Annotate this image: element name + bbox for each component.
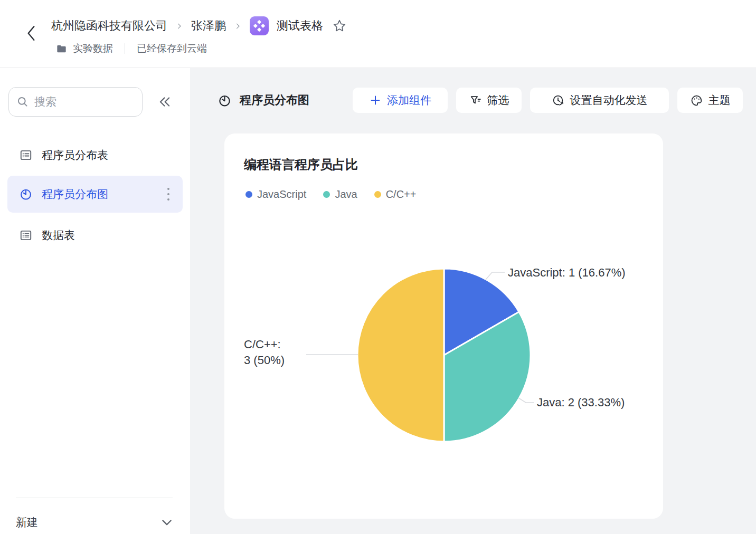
sidebar-item-label: 程序员分布表 (42, 148, 174, 163)
chart-card: 编程语言程序员占比 JavaScript Java C/C++ JavaScri… (224, 134, 663, 519)
breadcrumb: 杭州隐函科技有限公司 张泽鹏 测试表格 (51, 14, 347, 37)
view-title-group: 程序员分布图 (218, 88, 309, 113)
item-more-button[interactable] (163, 186, 174, 202)
chevron-down-icon (159, 515, 174, 530)
favorite-button[interactable] (332, 18, 347, 33)
pie-label: Java: 2 (33.33%) (537, 396, 625, 409)
automation-send-button[interactable]: 设置自动化发送 (530, 88, 669, 113)
automation-send-label: 设置自动化发送 (570, 93, 648, 108)
double-chevron-left-icon (157, 94, 173, 110)
sidebar-divider (16, 498, 173, 498)
divider (125, 43, 125, 54)
pie-label: C/C++:3 (50%) (244, 338, 285, 367)
main-content: 程序员分布图 添加组件 筛选 设置自动化发送 主题 编程语言程序员占比 Java… (190, 68, 756, 534)
folder-label[interactable]: 实验数据 (73, 42, 113, 55)
chevron-left-icon (25, 24, 37, 42)
filter-button[interactable]: 筛选 (456, 88, 522, 113)
chevron-separator-icon (175, 22, 183, 30)
sidebar-item-programmer-table[interactable]: 程序员分布表 (7, 137, 183, 174)
filter-icon (469, 94, 482, 107)
chevron-separator-icon (234, 22, 242, 30)
bitable-doc-icon (250, 16, 269, 35)
theme-label: 主题 (708, 93, 731, 108)
plus-icon (369, 94, 382, 107)
sidebar-item-data-table[interactable]: 数据表 (7, 217, 183, 254)
theme-icon (690, 94, 703, 107)
app-window: 杭州隐函科技有限公司 张泽鹏 测试表格 实验数据 已经保存到云端 (0, 0, 756, 534)
new-item-label: 新建 (16, 515, 38, 530)
add-component-label: 添加组件 (387, 93, 431, 108)
top-header: 杭州隐函科技有限公司 张泽鹏 测试表格 实验数据 已经保存到云端 (0, 0, 756, 68)
pie-label-connector (518, 398, 534, 403)
pie-label: JavaScript: 1 (16.67%) (508, 266, 626, 279)
breadcrumb-owner[interactable]: 张泽鹏 (191, 18, 226, 34)
doc-meta-row: 实验数据 已经保存到云端 (55, 41, 207, 56)
pie-chart[interactable]: JavaScript: 1 (16.67%)Java: 2 (33.33%)C/… (224, 134, 663, 519)
dashboard-icon (218, 93, 232, 108)
search-box (8, 87, 143, 117)
filter-label: 筛选 (487, 93, 509, 108)
sidebar-item-label: 数据表 (42, 228, 174, 243)
new-item-button[interactable]: 新建 (16, 510, 174, 534)
theme-button[interactable]: 主题 (677, 88, 743, 113)
save-status: 已经保存到云端 (137, 42, 207, 55)
table-icon (19, 148, 33, 162)
sidebar-item-programmer-chart[interactable]: 程序员分布图 (7, 176, 183, 213)
view-title: 程序员分布图 (240, 92, 309, 108)
folder-icon (55, 43, 68, 55)
add-component-button[interactable]: 添加组件 (353, 88, 448, 113)
search-input[interactable] (34, 96, 119, 108)
schedule-icon (552, 94, 565, 107)
table-icon (19, 228, 33, 242)
search-icon (16, 96, 29, 108)
pie-slice-2[interactable] (357, 269, 444, 442)
sidebar-collapse-button[interactable] (155, 92, 174, 111)
pie-label-connector (486, 272, 505, 280)
sidebar-item-label: 程序员分布图 (42, 187, 154, 202)
dashboard-icon (19, 187, 33, 201)
kebab-menu-icon (166, 186, 171, 202)
breadcrumb-company[interactable]: 杭州隐函科技有限公司 (51, 18, 167, 34)
breadcrumb-doc-title[interactable]: 测试表格 (277, 18, 323, 34)
back-button[interactable] (22, 22, 40, 44)
star-outline-icon (332, 18, 347, 33)
sidebar: 程序员分布表 程序员分布图 数据表 新建 (0, 68, 190, 534)
